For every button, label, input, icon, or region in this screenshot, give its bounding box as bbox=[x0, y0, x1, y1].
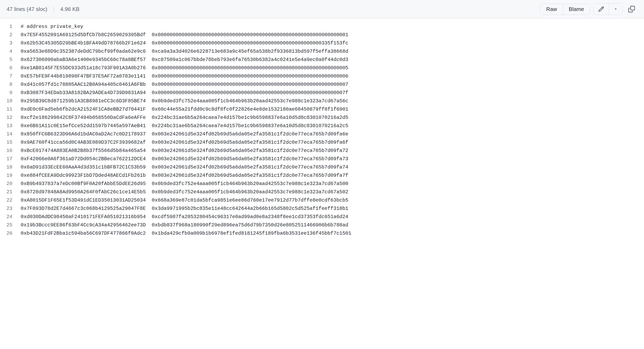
code-line: 0xF42066e0A6f361aD72Dd054c2BBeca762212DC… bbox=[21, 155, 644, 163]
line-number[interactable]: 1 bbox=[0, 22, 16, 31]
caret-down-icon bbox=[614, 7, 618, 11]
line-number[interactable]: 21 bbox=[0, 188, 16, 196]
line-number[interactable]: 23 bbox=[0, 204, 16, 213]
code-line: 0x9AE760f41cca56d0C4AB3E089D37C2F3939682… bbox=[21, 138, 644, 146]
info-separator: | bbox=[53, 6, 54, 12]
code-line: 0xBcE017474A883EA0B2B8b37f5566d5b84a465a… bbox=[21, 146, 644, 155]
copy-button[interactable] bbox=[626, 4, 638, 14]
code-line: 0x62b53C45305D29bBE4b1BFA49dD78766b2F1e6… bbox=[21, 39, 644, 47]
more-actions-button[interactable] bbox=[609, 4, 622, 15]
code-line: 0xA8015DF1F65E1f53D491dC1ED35013031AD250… bbox=[21, 196, 644, 204]
code-line: 0x8728d97848A8Ad9950A264F0fAbC26c1ce14E5… bbox=[21, 188, 644, 196]
code-content: # address private_key0x7E5F4552091A69125… bbox=[21, 18, 644, 242]
file-header: 47 lines (47 sloc) | 4.96 KB Raw Blame bbox=[0, 0, 644, 18]
code-line: 0x6aD91d33EcEE60AaA4d3d351c1bBFB72C1C53b… bbox=[21, 163, 644, 172]
code-line: 0xB9b4937837a7eDc00Bf9F0A20fAbbE5DdEE26d… bbox=[21, 180, 644, 188]
pencil-icon bbox=[598, 6, 604, 12]
file-info: 47 lines (47 sloc) | 4.96 KB bbox=[6, 6, 80, 12]
code-line: 0xb43D21FdF2Bba1c594ba56C697DF477866f0Ad… bbox=[21, 229, 644, 238]
line-number[interactable]: 2 bbox=[0, 31, 16, 39]
line-number[interactable]: 17 bbox=[0, 155, 16, 163]
code-line: 0x850fFC6B6323D96A6d1bdAC0aD2Ac7c0D21789… bbox=[21, 130, 644, 138]
line-number[interactable]: 9 bbox=[0, 89, 16, 97]
line-number[interactable]: 5 bbox=[0, 56, 16, 64]
line-number[interactable]: 24 bbox=[0, 213, 16, 221]
code-line: 0xe884fCEEA9Ddc99923F1bD7Dded48AECd1Fb26… bbox=[21, 172, 644, 180]
line-number[interactable]: 13 bbox=[0, 122, 16, 130]
code-line: 0xdE0c6Fad5eb6fb2dcA21524F1CA8eBB27d7044… bbox=[21, 105, 644, 114]
code-line: 0x295B39C8d871259b1A3CB8981eCC3c6D3F85BE… bbox=[21, 97, 644, 105]
line-number[interactable]: 6 bbox=[0, 64, 16, 72]
code-line: 0x7E5F4552091A69125d5DfCb7b8C2659029395B… bbox=[21, 31, 644, 39]
line-numbers-gutter: 1234567891011121314151617181920212223242… bbox=[0, 18, 21, 242]
line-number[interactable]: 8 bbox=[0, 80, 16, 89]
line-number[interactable]: 25 bbox=[0, 221, 16, 229]
line-number[interactable]: 18 bbox=[0, 163, 16, 172]
code-line: 0xd41c057fd1c78805AAC12B0A94a405c0461A6F… bbox=[21, 80, 644, 89]
code-line: 0xB3087F34EDab33A8182BA29ADEa4D739D9831A… bbox=[21, 89, 644, 97]
code-line: 0xd030DAdDC98450aF2410171FEFA051021316b9… bbox=[21, 213, 644, 221]
line-number[interactable]: 4 bbox=[0, 47, 16, 56]
line-number[interactable]: 12 bbox=[0, 114, 16, 122]
file-size: 4.96 KB bbox=[60, 6, 80, 12]
code-line: 0xE57bFE9F44b819898F47BF37E5AF72a0783e11… bbox=[21, 72, 644, 80]
code-line: 0xa5653e88D9c352387deDdC79bcf99f0ada62e9… bbox=[21, 47, 644, 56]
line-number[interactable]: 15 bbox=[0, 138, 16, 146]
blame-button[interactable]: Blame bbox=[563, 4, 590, 14]
code-container: 1234567891011121314151617181920212223242… bbox=[0, 18, 644, 242]
line-number[interactable]: 10 bbox=[0, 97, 16, 105]
line-number[interactable]: 14 bbox=[0, 130, 16, 138]
line-number[interactable]: 16 bbox=[0, 146, 16, 155]
line-number[interactable]: 22 bbox=[0, 196, 16, 204]
code-line: 0x19b3Bccc9EE86f63bF4Cc9cA34a42956462ee7… bbox=[21, 221, 644, 229]
copy-icon bbox=[628, 6, 635, 12]
view-mode-group: Raw Blame bbox=[540, 4, 590, 15]
edit-group bbox=[593, 3, 622, 15]
code-line: 0xe6B61A11c0E15efCce52dd1597b7445a597AeB… bbox=[21, 122, 644, 130]
line-number[interactable]: 7 bbox=[0, 72, 16, 80]
code-line: 0x7F893D78d2E7d4667c3c068b4129525a29047F… bbox=[21, 204, 644, 213]
raw-button[interactable]: Raw bbox=[540, 4, 563, 14]
line-number[interactable]: 19 bbox=[0, 172, 16, 180]
code-line: 0xcf2e186299842C8F37494b058550DaCdFa6eAF… bbox=[21, 114, 644, 122]
line-number[interactable]: 11 bbox=[0, 105, 16, 114]
edit-button[interactable] bbox=[594, 4, 609, 15]
code-line: 0x627306090abaB3A6e1400e9345bC60c78a8BEf… bbox=[21, 56, 644, 64]
code-line: # address private_key bbox=[21, 22, 644, 31]
line-number[interactable]: 3 bbox=[0, 39, 16, 47]
code-line: 0xe1AB8145F7E55DC933d51a18c793F901A3A0b2… bbox=[21, 64, 644, 72]
line-number[interactable]: 20 bbox=[0, 180, 16, 188]
line-number[interactable]: 26 bbox=[0, 229, 16, 238]
lines-count: 47 lines (47 sloc) bbox=[6, 6, 47, 12]
file-actions: Raw Blame bbox=[540, 3, 638, 15]
